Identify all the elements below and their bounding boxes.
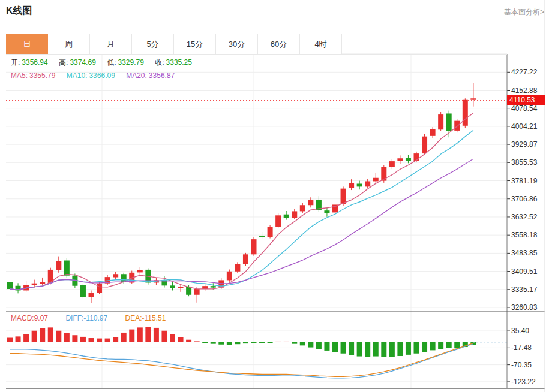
tabbar-bottom-border	[6, 54, 507, 55]
svg-text:4227.22: 4227.22	[511, 68, 538, 76]
ma10-label: MA10:	[67, 71, 88, 80]
legend-box-right-border	[305, 55, 305, 85]
macd-value: MACD:9.07	[11, 314, 48, 322]
low-value: 3329.79	[118, 58, 144, 67]
ma20-value: 3356.87	[149, 71, 175, 80]
svg-text:3483.85: 3483.85	[511, 249, 538, 257]
ohlc-legend: 开:3356.94 高:3374.69 低:3329.79 收:3335.25	[11, 58, 201, 68]
open-label: 开:	[11, 58, 20, 67]
svg-text:3632.52: 3632.52	[511, 213, 538, 221]
macd-bars-layer	[7, 327, 476, 357]
ma5-value: 3355.79	[29, 71, 55, 80]
fundamental-analysis-link[interactable]: 基本面分析>	[504, 7, 544, 17]
svg-text:3781.19: 3781.19	[511, 177, 538, 185]
tab-5min[interactable]: 5分	[132, 34, 174, 54]
diff-value: DIFF:-110.97	[65, 314, 107, 322]
dea-value: DEA:-115.51	[125, 314, 166, 322]
current-price-tag: 4110.53	[507, 95, 545, 105]
ma-lines-layer	[10, 113, 473, 290]
tab-day[interactable]: 日	[6, 34, 48, 54]
svg-text:4152.88: 4152.88	[511, 86, 538, 95]
header-divider	[6, 23, 545, 23]
svg-text:3855.53: 3855.53	[511, 158, 538, 167]
svg-text:-17.48: -17.48	[511, 343, 532, 352]
low-label: 低:	[107, 58, 116, 67]
legend-box-bottom-border	[6, 85, 305, 85]
ma-legend: MA5:3355.79 MA10:3366.09 MA20:3356.87	[11, 71, 184, 80]
ma20-label: MA20:	[126, 71, 147, 80]
high-value: 3374.69	[70, 58, 95, 67]
tab-60min[interactable]: 60分	[258, 34, 300, 54]
tab-30min[interactable]: 30分	[216, 34, 258, 54]
high-label: 高:	[59, 58, 68, 67]
svg-text:3409.51: 3409.51	[511, 267, 538, 276]
svg-text:-123.22: -123.22	[511, 378, 536, 386]
close-value: 3335.25	[166, 58, 192, 67]
svg-text:3706.86: 3706.86	[511, 195, 538, 203]
svg-text:35.40: 35.40	[511, 327, 529, 335]
tab-month[interactable]: 月	[90, 34, 132, 54]
candles-layer	[7, 83, 476, 303]
tab-week[interactable]: 周	[48, 34, 90, 54]
close-label: 收:	[155, 58, 164, 67]
svg-text:3260.83: 3260.83	[511, 303, 538, 312]
period-tabbar: 日 周 月 5分 15分 30分 60分 4时	[6, 34, 342, 54]
open-value: 3356.94	[22, 58, 47, 67]
svg-text:3335.17: 3335.17	[511, 285, 538, 294]
svg-text:4004.21: 4004.21	[511, 122, 538, 131]
svg-text:3558.18: 3558.18	[511, 231, 538, 239]
svg-text:-70.35: -70.35	[511, 361, 532, 369]
page-title: K线图	[6, 5, 32, 17]
ma5-label: MA5:	[11, 71, 28, 80]
macd-legend: MACD:9.07 DIFF:-110.97 DEA:-115.51	[11, 314, 181, 322]
tab-4hour[interactable]: 4时	[300, 34, 342, 54]
tab-15min[interactable]: 15分	[174, 34, 216, 54]
ma10-value: 3366.09	[89, 71, 115, 80]
macd-axis: 35.40-17.48-70.35-123.22	[507, 327, 536, 386]
svg-text:3929.87: 3929.87	[511, 140, 538, 149]
